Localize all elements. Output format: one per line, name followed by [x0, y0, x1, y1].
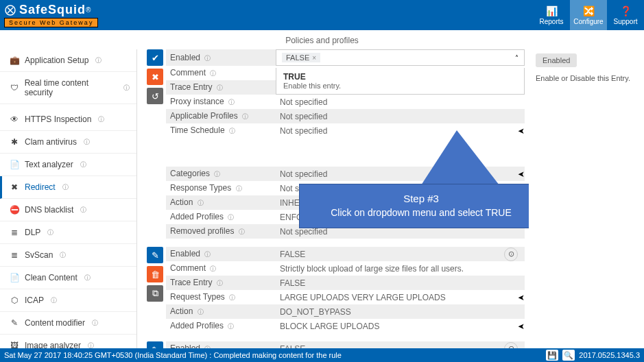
field-value: DO_NOT_BYPASS	[276, 305, 525, 319]
sidebar-item-content-modifier[interactable]: ✎Content modifierⓘ	[0, 312, 136, 335]
sidebar-label: ICAP	[25, 295, 44, 305]
field-row: Applicable Profiles ⓘNot specified	[166, 109, 525, 123]
support-button[interactable]: ❓ Support	[607, 0, 644, 30]
info-icon: ⓘ	[51, 296, 57, 305]
info-icon: ⓘ	[229, 128, 235, 134]
bug-icon: ✱	[10, 137, 19, 147]
delete-button[interactable]: ✖	[147, 69, 163, 85]
field-label: Enabled ⓘ	[166, 51, 276, 65]
field-value: BLOCK LARGE UPLOADS	[276, 319, 511, 333]
dns-icon: ⛔	[10, 205, 19, 215]
info-icon: ⓘ	[62, 183, 69, 192]
sidebar-item-clean-content[interactable]: 📄Clean Contentⓘ	[0, 267, 136, 289]
search-icon-button[interactable]: 🔍	[562, 350, 575, 361]
shuffle-icon: ✖	[10, 182, 19, 192]
field-value: Strictly block upload of large size file…	[276, 262, 525, 276]
caret-up-icon[interactable]: ˄	[515, 54, 518, 62]
paper-plane-icon[interactable]: ➤	[511, 293, 525, 302]
field-label: Comment ⓘ	[166, 66, 276, 80]
field-label: Categories ⓘ	[166, 167, 276, 181]
tag-remove-icon[interactable]: ×	[312, 54, 316, 62]
field-label: Trace Entry ⓘ	[166, 276, 276, 290]
sidebar-item-dlp[interactable]: ≣DLPⓘ	[0, 221, 136, 244]
info-icon: ⓘ	[236, 185, 242, 192]
dropdown-selected-value: FALSE	[286, 53, 309, 62]
field-value: FALSE	[276, 248, 504, 261]
field-label: Proxy instance ⓘ	[166, 95, 276, 109]
app-header: SafeSquid ® Secure Web Gateway 📊 Reports…	[0, 0, 644, 30]
configure-icon: 🔀	[583, 5, 595, 16]
sidebar-label: DLP	[25, 228, 40, 237]
dropdown-selected-tag[interactable]: FALSE×	[282, 53, 320, 62]
info-icon: ⓘ	[217, 280, 223, 287]
paper-plane-icon[interactable]: ➤	[511, 126, 525, 136]
info-icon: ⓘ	[204, 251, 211, 258]
reports-label: Reports	[539, 18, 563, 25]
reports-button[interactable]: 📊 Reports	[533, 0, 570, 30]
sidebar-item-svscan[interactable]: ≣SvScanⓘ	[0, 244, 136, 267]
eye-icon: 👁	[10, 114, 19, 124]
paper-plane-icon[interactable]: ➤	[511, 322, 525, 331]
edit-button[interactable]: ✔	[147, 49, 163, 66]
edit-button[interactable]: ✎	[147, 247, 163, 263]
callout-body: Click on dropdown menu and select TRUE	[305, 207, 529, 218]
info-icon: ⓘ	[214, 171, 220, 178]
configure-button[interactable]: 🔀 Configure	[570, 0, 607, 30]
doc-icon: 📄	[10, 160, 19, 169]
field-row: Comment ⓘStrictly block upload of large …	[166, 261, 525, 276]
support-label: Support	[613, 18, 637, 25]
status-text: Sat May 27 2017 18:40:25 GMT+0530 (India…	[4, 351, 342, 359]
info-icon: ⓘ	[210, 70, 216, 77]
info-icon: ⓘ	[239, 228, 245, 235]
brand: SafeSquid ® Secure Web Gateway	[0, 3, 98, 27]
info-icon: ⓘ	[92, 319, 98, 328]
info-icon: ⓘ	[198, 309, 204, 315]
info-icon: ⓘ	[80, 206, 86, 215]
sidebar: 💼Application Setupⓘ🛡Real time content se…	[0, 49, 137, 351]
sidebar-label: Real time content security	[25, 78, 117, 97]
field-value: FALSE×˄TRUEEnable this entry.	[276, 49, 525, 66]
info-icon: ⓘ	[60, 251, 66, 260]
sidebar-item-https-inspection[interactable]: 👁HTTPS Inspectionⓘ	[0, 108, 136, 131]
enabled-dropdown[interactable]: FALSE×˄TRUEEnable this entry.	[276, 49, 525, 66]
callout-pointer	[421, 130, 499, 185]
sidebar-item-redirect[interactable]: ✖Redirectⓘ	[0, 176, 136, 199]
info-icon: ⓘ	[80, 160, 86, 169]
policy-entry: ✎🗑⧉Enabled ⓘFALSE⊙Comment ⓘStrictly bloc…	[147, 247, 525, 333]
brand-reg: ®	[86, 6, 91, 14]
sidebar-item-dns-blacklist[interactable]: ⛔DNS blacklistⓘ	[0, 199, 136, 221]
paper-plane-icon[interactable]: ➤	[511, 169, 525, 179]
sidebar-label: Application Setup	[25, 56, 88, 65]
configure-label: Configure	[573, 18, 603, 25]
dropdown-panel: TRUEEnable this entry.	[276, 68, 525, 95]
field-row: Added Profiles ⓘBLOCK LARGE UPLOADS➤	[166, 319, 525, 333]
pencil-icon: ✎	[10, 318, 19, 328]
save-icon-button[interactable]: 💾	[546, 350, 558, 361]
field-label: Comment ⓘ	[166, 261, 276, 276]
sidebar-item-text-analyzer[interactable]: 📄Text analyzerⓘ	[0, 154, 136, 176]
field-label: Request Types ⓘ	[166, 290, 276, 304]
sidebar-item-real-time-content-security[interactable]: 🛡Real time content securityⓘ	[0, 72, 136, 104]
dropdown-option-true[interactable]: TRUE	[283, 72, 517, 82]
field-row: Action ⓘDO_NOT_BYPASS	[166, 304, 525, 319]
doc-icon: 📄	[10, 273, 19, 282]
sidebar-item-application-setup[interactable]: 💼Application Setupⓘ	[0, 49, 136, 72]
bars-icon: ≣	[10, 228, 19, 237]
info-icon: ⓘ	[204, 55, 211, 62]
sidebar-item-icap[interactable]: ⬡ICAPⓘ	[0, 289, 136, 312]
field-label: Action ⓘ	[166, 195, 276, 210]
delete-button[interactable]: 🗑	[147, 266, 163, 282]
main-content: ✔✖↺Enabled ⓘFALSE×˄TRUEEnable this entry…	[137, 49, 529, 351]
expand-button[interactable]: ⊙	[504, 248, 518, 261]
sidebar-label: Clean Content	[25, 273, 77, 282]
info-icon: ⓘ	[123, 84, 130, 93]
briefcase-icon: 💼	[10, 56, 19, 65]
history-button[interactable]: ↺	[147, 88, 163, 104]
field-label: Enabled ⓘ	[166, 247, 276, 261]
hex-icon: ⬡	[10, 295, 19, 305]
clone-button[interactable]: ⧉	[147, 285, 163, 302]
brand-icon	[4, 4, 16, 16]
reports-icon: 📊	[546, 5, 558, 16]
sidebar-label: Content modifier	[25, 318, 85, 328]
sidebar-item-clam-antivirus[interactable]: ✱Clam antivirusⓘ	[0, 131, 136, 154]
